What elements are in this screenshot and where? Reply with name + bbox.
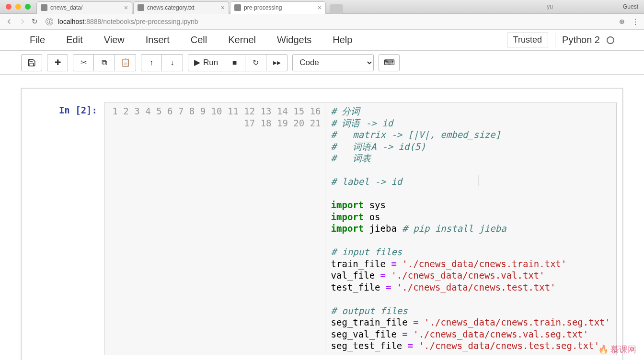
close-tab-icon[interactable]: × (124, 4, 128, 11)
menu-file[interactable]: File (30, 34, 45, 45)
browser-tab-cnews-data[interactable]: cnews_data/ × (36, 1, 132, 14)
move-down-button[interactable]: ↓ (162, 54, 183, 71)
minimize-window-icon[interactable] (15, 4, 21, 10)
code-cell[interactable]: In [2]: 1 2 3 4 5 6 7 8 9 10 11 12 13 14… (27, 102, 617, 355)
tab-title: pre-processing (244, 4, 282, 11)
line-number-gutter: 1 2 3 4 5 6 7 8 9 10 11 12 13 14 15 16 1… (104, 102, 325, 355)
menu-insert[interactable]: Insert (146, 34, 170, 45)
watermark: 🔥 慕课网 (598, 344, 636, 355)
run-button[interactable]: ▶Run (188, 54, 224, 71)
cell-prompt: In [2]: (27, 102, 104, 355)
jupyter-toolbar: ✚ ✂ ⧉ 📋 ↑ ↓ ▶Run ■ ↻ ▸▸ Code ⌨ (0, 51, 644, 75)
user-label: yu (547, 3, 553, 10)
trusted-indicator[interactable]: Trusted (507, 33, 548, 47)
jupyter-menubar: File Edit View Insert Cell Kernel Widget… (0, 30, 644, 51)
paste-button[interactable]: 📋 (115, 54, 136, 71)
close-window-icon[interactable] (6, 4, 12, 10)
flame-icon: 🔥 (598, 344, 609, 355)
copy-button[interactable]: ⧉ (94, 54, 115, 71)
close-tab-icon[interactable]: × (221, 4, 225, 11)
url-host: localhost (58, 18, 84, 25)
menu-cell[interactable]: Cell (191, 34, 207, 45)
tab-title: cnews_data/ (50, 4, 82, 11)
browser-tab-category-txt[interactable]: cnews.category.txt × (133, 1, 229, 14)
jupyter-favicon-icon (138, 4, 144, 11)
browser-tab-pre-processing[interactable]: pre-processing × (230, 1, 326, 14)
menu-help[interactable]: Help (333, 34, 352, 45)
menu-view[interactable]: View (104, 34, 125, 45)
add-cell-button[interactable]: ✚ (47, 54, 68, 71)
url-text[interactable]: localhost:8888/notebooks/pre-processing.… (58, 18, 198, 25)
window-controls (0, 4, 36, 10)
menu-kernel[interactable]: Kernel (228, 34, 256, 45)
notebook-container: In [2]: 1 2 3 4 5 6 7 8 9 10 11 12 13 14… (0, 75, 644, 360)
jupyter-favicon-icon (41, 4, 47, 11)
close-tab-icon[interactable]: × (318, 4, 322, 11)
reload-icon[interactable]: ↻ (32, 17, 38, 26)
command-palette-button[interactable]: ⌨ (379, 54, 400, 71)
tab-title: cnews.category.txt (147, 4, 194, 11)
guest-label[interactable]: Guest (623, 3, 644, 10)
code-editor[interactable]: # 分词 # 词语 -> id # matrix -> [|V|, embed_… (325, 102, 616, 355)
restart-run-all-button[interactable]: ▸▸ (266, 54, 288, 71)
url-port: :8888 (84, 18, 101, 25)
new-tab-button[interactable] (330, 4, 343, 14)
jupyter-favicon-icon (234, 4, 241, 11)
restart-button[interactable]: ↻ (245, 54, 266, 71)
interrupt-button[interactable]: ■ (224, 54, 245, 71)
browser-tabs: cnews_data/ × cnews.category.txt × pre-p… (36, 0, 343, 14)
browser-tab-bar: cnews_data/ × cnews.category.txt × pre-p… (0, 0, 644, 14)
menu-widgets[interactable]: Widgets (277, 34, 311, 45)
notebook: In [2]: 1 2 3 4 5 6 7 8 9 10 11 12 13 14… (21, 88, 623, 360)
back-arrow-icon[interactable] (5, 17, 13, 26)
forward-arrow-icon[interactable] (18, 17, 27, 26)
cell-type-select[interactable]: Code (292, 54, 374, 71)
save-button[interactable] (21, 54, 42, 71)
menu-edit[interactable]: Edit (66, 34, 82, 45)
separator (555, 33, 555, 47)
kernel-name[interactable]: Python 2 (562, 34, 600, 45)
run-label: Run (203, 58, 218, 68)
cut-button[interactable]: ✂ (73, 54, 94, 71)
move-up-button[interactable]: ↑ (141, 54, 162, 71)
zoom-icon[interactable]: ⊕ (619, 18, 625, 25)
text-cursor (479, 175, 479, 186)
address-bar-right: ⊕ ⋮ (619, 17, 639, 26)
watermark-text: 慕课网 (610, 344, 636, 355)
browser-menu-icon[interactable]: ⋮ (632, 17, 639, 26)
cell-input-area[interactable]: 1 2 3 4 5 6 7 8 9 10 11 12 13 14 15 16 1… (104, 102, 617, 355)
site-info-icon[interactable]: ⓘ (46, 18, 53, 25)
url-path: /notebooks/pre-processing.ipynb (101, 18, 198, 25)
address-bar: ↻ ⓘ localhost:8888/notebooks/pre-process… (0, 14, 644, 30)
kernel-status-icon (607, 36, 614, 44)
run-icon: ▶ (194, 57, 200, 68)
maximize-window-icon[interactable] (25, 4, 31, 10)
